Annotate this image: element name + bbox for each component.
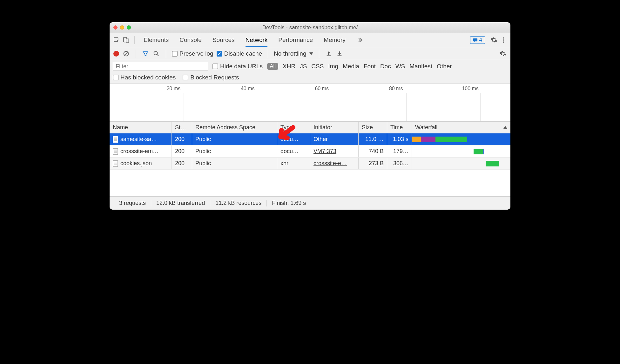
device-toggle-icon[interactable]	[122, 36, 130, 44]
ruler-tick: 80 ms	[389, 86, 403, 91]
timeline-overview[interactable]: 20 ms 40 ms 60 ms 80 ms 100 ms	[110, 84, 510, 121]
cell-size: 740 B	[359, 145, 387, 157]
ruler-tick: 20 ms	[166, 86, 180, 91]
waterfall-bar	[421, 137, 435, 142]
filter-category-other[interactable]: Other	[437, 63, 452, 70]
initiator-link[interactable]: crosssite-e…	[313, 160, 347, 167]
separator	[166, 50, 166, 58]
cell-waterfall	[412, 158, 510, 169]
file-icon	[113, 136, 118, 143]
close-window-button[interactable]	[113, 25, 118, 30]
status-bar: 3 requests 12.0 kB transferred 11.2 kB r…	[110, 196, 510, 210]
throttling-select[interactable]: No throttling	[274, 50, 313, 57]
issues-count: 4	[479, 37, 482, 43]
svg-rect-10	[338, 55, 342, 56]
filter-category-img[interactable]: Img	[328, 63, 338, 70]
window-title: DevTools - samesite-sandbox.glitch.me/	[110, 24, 510, 31]
cell-name: cookies.json	[110, 158, 172, 169]
disable-cache-checkbox[interactable]: Disable cache	[217, 50, 262, 57]
zoom-window-button[interactable]	[127, 25, 131, 30]
record-button[interactable]	[113, 51, 119, 57]
table-row[interactable]: samesite-sa…200Publicdocu…Other11.0 …1.0…	[110, 133, 510, 145]
settings-gear-icon[interactable]	[490, 36, 498, 44]
tab-performance[interactable]: Performance	[278, 33, 313, 47]
chevron-down-icon	[309, 52, 313, 55]
filter-input[interactable]	[113, 62, 208, 71]
tab-sources[interactable]: Sources	[212, 33, 235, 47]
col-size[interactable]: Size	[359, 122, 387, 133]
cell-status: 200	[172, 133, 192, 145]
cell-status: 200	[172, 145, 192, 157]
clear-icon[interactable]	[122, 50, 130, 57]
filter-category-font[interactable]: Font	[364, 63, 376, 70]
annotation-arrow-icon	[275, 123, 297, 146]
blocked-requests-checkbox[interactable]: Blocked Requests	[183, 74, 239, 81]
request-name: crosssite-em…	[120, 148, 158, 155]
cell-remote-address-space: Public	[192, 158, 277, 169]
separator	[136, 50, 136, 58]
table-row[interactable]: cookies.json200Publicxhrcrosssite-e…273 …	[110, 158, 510, 170]
status-resources: 11.2 kB resources	[210, 200, 266, 206]
file-icon	[113, 148, 118, 155]
filter-category-all[interactable]: All	[267, 63, 278, 70]
initiator-link[interactable]: VM7:373	[313, 148, 336, 155]
svg-point-5	[503, 39, 504, 41]
filter-category-js[interactable]: JS	[300, 63, 307, 70]
filter-category-css[interactable]: CSS	[311, 63, 324, 70]
col-initiator[interactable]: Initiator	[310, 122, 359, 133]
issues-chip[interactable]: 4	[470, 36, 485, 44]
ruler-tick: 100 ms	[462, 86, 478, 91]
network-settings-gear-icon[interactable]	[499, 50, 507, 57]
tab-network[interactable]: Network	[246, 33, 268, 47]
filter-category-doc[interactable]: Doc	[380, 63, 391, 70]
svg-rect-2	[126, 39, 129, 43]
filter-category-xhr[interactable]: XHR	[283, 63, 295, 70]
col-time[interactable]: Time	[387, 122, 412, 133]
requests-table: Name St… Remote Address Space Type Initi…	[110, 121, 510, 196]
filter-funnel-icon[interactable]	[142, 50, 149, 57]
col-waterfall-label: Waterfall	[415, 124, 437, 131]
col-remote-address-space[interactable]: Remote Address Space	[192, 122, 277, 133]
ruler-tick: 60 ms	[315, 86, 329, 91]
inspect-element-icon[interactable]	[113, 36, 120, 44]
status-transferred: 12.0 kB transferred	[151, 200, 210, 206]
filter-category-ws[interactable]: WS	[395, 63, 405, 70]
table-header: Name St… Remote Address Space Type Initi…	[110, 121, 510, 133]
col-name[interactable]: Name	[110, 122, 172, 133]
has-blocked-cookies-checkbox[interactable]: Has blocked cookies	[113, 74, 176, 81]
tab-memory[interactable]: Memory	[324, 33, 346, 47]
tab-elements[interactable]: Elements	[144, 33, 169, 47]
sort-asc-icon	[503, 126, 507, 129]
minimize-window-button[interactable]	[120, 25, 124, 30]
more-tabs-chevron-icon[interactable]	[356, 36, 364, 44]
hide-data-urls-label: Hide data URLs	[220, 63, 263, 70]
cell-type: docu…	[277, 145, 310, 157]
svg-point-4	[503, 37, 504, 39]
filter-category-media[interactable]: Media	[343, 63, 359, 70]
waterfall-bar	[486, 161, 499, 166]
preserve-log-checkbox[interactable]: Preserve log	[172, 50, 213, 57]
tab-console[interactable]: Console	[179, 33, 202, 47]
table-row[interactable]: crosssite-em…200Publicdocu…VM7:373740 B1…	[110, 145, 510, 158]
cell-waterfall	[412, 133, 510, 145]
cell-initiator: crosssite-e…	[310, 158, 359, 169]
throttling-value: No throttling	[274, 50, 306, 57]
main-toolbar: Elements Console Sources Network Perform…	[110, 33, 510, 47]
kebab-menu-icon[interactable]	[500, 36, 507, 44]
waterfall-bar	[483, 149, 484, 154]
upload-har-icon[interactable]	[325, 50, 333, 57]
col-waterfall[interactable]: Waterfall	[412, 122, 510, 133]
hide-data-urls-checkbox[interactable]: Hide data URLs	[212, 63, 263, 70]
waterfall-bar	[474, 149, 483, 154]
cell-size: 273 B	[359, 158, 387, 169]
cell-remote-address-space: Public	[192, 145, 277, 157]
download-har-icon[interactable]	[336, 50, 343, 57]
filter-category-manifest[interactable]: Manifest	[409, 63, 432, 70]
cell-type: xhr	[277, 158, 310, 169]
ruler-tick: 40 ms	[241, 86, 255, 91]
file-icon	[113, 160, 118, 167]
svg-point-8	[154, 51, 158, 55]
search-icon[interactable]	[152, 50, 160, 57]
status-finish: Finish: 1.69 s	[266, 200, 311, 206]
col-status[interactable]: St…	[172, 122, 192, 133]
